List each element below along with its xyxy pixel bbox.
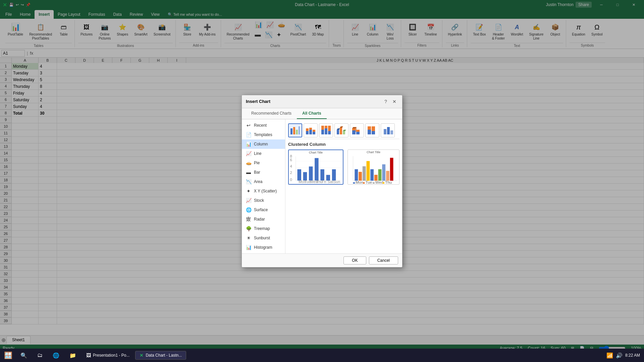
area-chart-sidebar-icon: 📉 bbox=[246, 179, 251, 184]
chart-type-3d-clustered-column[interactable] bbox=[334, 123, 348, 137]
svg-rect-7 bbox=[309, 128, 312, 130]
svg-rect-31 bbox=[372, 126, 375, 131]
sidebar-item-histogram[interactable]: 📊 Histogram bbox=[242, 243, 285, 252]
taskbar: 🪟 🔍 🗂 🌐 📁 🖼 Presentation1 - Po... ✕ Data… bbox=[0, 349, 644, 362]
sidebar-item-box-whisker[interactable]: 📦 Box & Whisker bbox=[242, 252, 285, 253]
dialog-tab-recommended[interactable]: Recommended Charts bbox=[246, 108, 297, 119]
svg-rect-47 bbox=[309, 166, 313, 180]
sidebar-item-treemap[interactable]: 🌳 Treemap bbox=[242, 224, 285, 233]
chart-preview-1-svg: 0 2 4 6 8 bbox=[289, 155, 343, 185]
dialog-close-button[interactable]: ✕ bbox=[391, 98, 398, 105]
templates-icon: 📄 bbox=[246, 132, 251, 137]
sidebar-item-surface[interactable]: 🌐 Surface bbox=[242, 205, 285, 215]
chart-type-clustered-column[interactable] bbox=[288, 123, 302, 137]
taskbar-powerpoint[interactable]: 🖼 Presentation1 - Po... bbox=[82, 351, 134, 360]
sidebar-item-area[interactable]: 📉 Area bbox=[242, 177, 285, 186]
svg-rect-13 bbox=[325, 126, 327, 128]
svg-text:Sat: Sat bbox=[327, 180, 333, 184]
sidebar-item-bar[interactable]: ▬ Bar bbox=[242, 168, 285, 177]
svg-marker-19 bbox=[340, 126, 343, 128]
svg-rect-5 bbox=[306, 128, 309, 131]
svg-rect-64 bbox=[367, 161, 370, 181]
dialog-footer: OK Cancel bbox=[242, 253, 402, 267]
ok-button[interactable]: OK bbox=[343, 256, 366, 264]
svg-rect-6 bbox=[309, 130, 312, 134]
sidebar-item-recent[interactable]: ↩ Recent bbox=[242, 121, 285, 130]
surface-chart-sidebar-icon: 🌐 bbox=[246, 207, 251, 213]
taskbar-volume-icon[interactable]: 🔊 bbox=[616, 352, 623, 359]
bar-chart-sidebar-icon: ▬ bbox=[246, 170, 251, 175]
svg-rect-20 bbox=[343, 131, 345, 134]
dialog-title-buttons: ? ✕ bbox=[382, 98, 398, 105]
histogram-chart-sidebar-icon: 📊 bbox=[246, 245, 251, 250]
sidebar-item-templates[interactable]: 📄 Templates bbox=[242, 130, 285, 139]
svg-text:Tue: Tue bbox=[366, 180, 372, 184]
svg-rect-68 bbox=[382, 164, 385, 181]
svg-text:8: 8 bbox=[290, 155, 292, 158]
taskbar-file-explorer[interactable]: 📁 bbox=[65, 351, 80, 360]
treemap-chart-sidebar-icon: 🌳 bbox=[246, 226, 251, 231]
svg-rect-73 bbox=[363, 182, 365, 183]
svg-rect-18 bbox=[340, 128, 342, 134]
dialog-tab-all-charts[interactable]: All Charts bbox=[297, 108, 327, 119]
chart-type-3d-stacked-column[interactable] bbox=[350, 123, 364, 137]
svg-rect-51 bbox=[332, 169, 336, 180]
svg-rect-27 bbox=[356, 130, 360, 132]
chart-type-3d-column[interactable] bbox=[381, 123, 395, 137]
svg-rect-69 bbox=[386, 171, 389, 180]
modal-overlay: Insert Chart ? ✕ Recommended Charts All … bbox=[0, 0, 644, 362]
svg-rect-48 bbox=[315, 158, 318, 180]
svg-text:2: 2 bbox=[290, 171, 292, 175]
dialog-help-button[interactable]: ? bbox=[382, 98, 389, 105]
chart-type-3d-100-stacked-column[interactable] bbox=[365, 123, 379, 137]
svg-rect-2 bbox=[296, 130, 298, 134]
svg-rect-65 bbox=[370, 169, 374, 180]
sidebar-item-column[interactable]: 📊 Column bbox=[242, 139, 285, 149]
sidebar-item-stock[interactable]: 📈 Stock bbox=[242, 196, 285, 205]
svg-rect-29 bbox=[368, 126, 371, 130]
chart-type-stacked-column[interactable] bbox=[304, 123, 318, 137]
recent-icon: ↩ bbox=[246, 123, 251, 128]
chart-preview-2[interactable]: Chart Title bbox=[347, 149, 399, 185]
chart-preview-1[interactable]: Chart Title 0 2 4 6 8 bbox=[288, 149, 343, 185]
chart-preview-1-title: Chart Title bbox=[289, 150, 343, 155]
insert-chart-dialog: Insert Chart ? ✕ Recommended Charts All … bbox=[241, 95, 402, 267]
taskbar-excel[interactable]: ✕ Data Chart - Lastn... bbox=[135, 351, 186, 360]
svg-rect-15 bbox=[328, 126, 331, 131]
svg-rect-61 bbox=[355, 169, 358, 180]
sidebar-item-line[interactable]: 📈 Line bbox=[242, 149, 285, 158]
sidebar-item-pie[interactable]: 🥧 Pie bbox=[242, 158, 285, 168]
chart-type-100-stacked-column[interactable] bbox=[319, 123, 333, 137]
svg-rect-46 bbox=[303, 172, 307, 180]
sidebar-item-radar[interactable]: 🕸 Radar bbox=[242, 215, 285, 224]
cancel-button[interactable]: Cancel bbox=[369, 256, 398, 264]
taskbar-task-view[interactable]: 🗂 bbox=[33, 351, 47, 360]
chart-preview-2-title: Chart Title bbox=[348, 150, 399, 155]
taskbar-edge[interactable]: 🌐 bbox=[48, 351, 64, 360]
svg-rect-71 bbox=[353, 182, 355, 183]
svg-rect-77 bbox=[382, 182, 384, 183]
svg-text:4: 4 bbox=[290, 164, 292, 168]
svg-rect-70 bbox=[390, 158, 393, 180]
svg-rect-67 bbox=[378, 169, 382, 180]
column-chart-sidebar-icon: 📊 bbox=[246, 141, 251, 147]
sidebar-item-scatter[interactable]: ✦ X Y (Scatter) bbox=[242, 186, 285, 196]
svg-rect-34 bbox=[390, 130, 393, 134]
dialog-body: ↩ Recent 📄 Templates 📊 Column 📈 Line 🥧 bbox=[242, 119, 402, 253]
taskbar-right: 📶 🔊 8:22 AM bbox=[606, 352, 643, 359]
scatter-chart-sidebar-icon: ✦ bbox=[246, 188, 251, 194]
svg-rect-9 bbox=[313, 130, 315, 132]
taskbar-search[interactable]: 🔍 bbox=[16, 351, 32, 360]
svg-text:6: 6 bbox=[290, 158, 292, 162]
svg-rect-62 bbox=[359, 172, 362, 180]
dialog-title: Insert Chart bbox=[246, 99, 270, 104]
stock-chart-sidebar-icon: 📈 bbox=[246, 198, 251, 203]
sidebar-item-sunburst[interactable]: ☀ Sunburst bbox=[242, 233, 285, 243]
taskbar-network-icon[interactable]: 📶 bbox=[606, 352, 613, 359]
radar-chart-sidebar-icon: 🕸 bbox=[246, 217, 251, 222]
chart-section-title: Clustered Column bbox=[288, 142, 399, 147]
line-chart-sidebar-icon: 📈 bbox=[246, 151, 251, 156]
svg-rect-11 bbox=[321, 126, 324, 130]
svg-marker-17 bbox=[337, 128, 340, 130]
start-button[interactable]: 🪟 bbox=[1, 349, 15, 361]
